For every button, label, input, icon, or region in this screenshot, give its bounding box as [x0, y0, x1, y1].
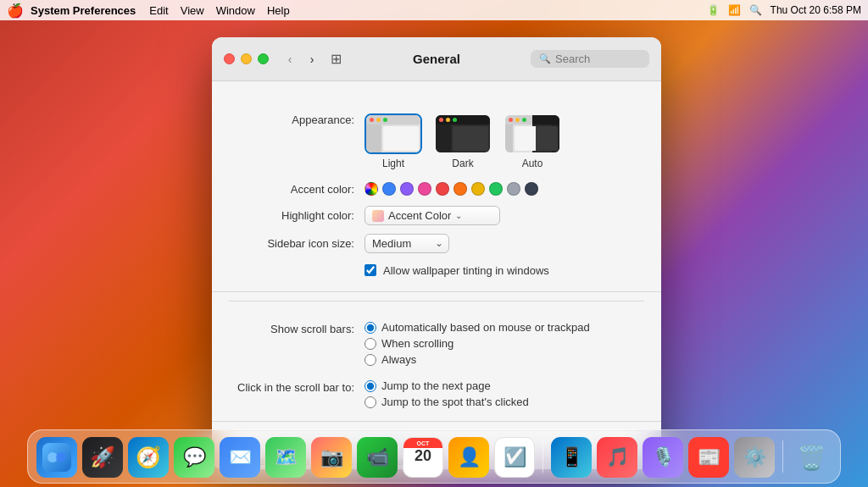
pink-dot[interactable]: [418, 182, 431, 196]
scroll-always-radio[interactable]: [364, 354, 376, 366]
menu-view[interactable]: View: [181, 4, 204, 17]
menubar: 🍎 System Preferences Edit View Window He…: [0, 0, 868, 20]
dock-separator-2: [782, 440, 783, 473]
highlight-arrow-icon: ⌄: [455, 211, 462, 220]
purple-dot[interactable]: [400, 182, 414, 196]
red-dot[interactable]: [436, 182, 449, 196]
sidebar-icon-select[interactable]: Small Medium Large: [364, 234, 449, 253]
appearance-row: Appearance:: [212, 107, 661, 176]
dock-reminders[interactable]: ☑️: [494, 437, 535, 478]
appearance-section: Appearance:: [212, 98, 661, 292]
blue-dot[interactable]: [382, 182, 396, 196]
scroll-always-label: Always: [381, 353, 416, 366]
dock-news[interactable]: 📰: [688, 437, 729, 478]
wallpaper-checkbox[interactable]: [364, 264, 376, 276]
appearance-dark[interactable]: Dark: [434, 113, 492, 169]
click-spot-label: Jump to the spot that's clicked: [381, 396, 529, 408]
preferences-window: ‹ › ⊞ General 🔍 Appearance:: [212, 37, 661, 469]
click-spot-radio[interactable]: [364, 396, 376, 408]
search-bar[interactable]: 🔍: [531, 50, 649, 68]
click-next-label: Jump to the next page: [381, 379, 491, 392]
scroll-always-row: Always: [364, 353, 590, 366]
dock-safari[interactable]: 🧭: [128, 437, 169, 478]
accent-color-control: [364, 182, 636, 196]
menubar-right: 🔋 📶 🔍 Thu Oct 20 6:58 PM: [707, 4, 861, 16]
menu-edit[interactable]: Edit: [149, 4, 168, 17]
appearance-thumb-dark[interactable]: [434, 113, 492, 154]
dock-launchpad[interactable]: 🚀: [82, 437, 123, 478]
dock-appstore[interactable]: 📱: [551, 437, 592, 478]
menu-help[interactable]: Help: [267, 4, 290, 17]
scroll-when-label: When scrolling: [381, 337, 453, 350]
dock-sysprefs[interactable]: ⚙️: [734, 437, 775, 478]
appearance-thumb-light[interactable]: [364, 113, 422, 154]
wallpaper-control: Allow wallpaper tinting in windows: [364, 264, 636, 277]
menubar-datetime: Thu Oct 20 6:58 PM: [771, 4, 861, 16]
gray-dot[interactable]: [507, 182, 520, 196]
dock-finder[interactable]: [36, 437, 77, 478]
appearance-auto-label: Auto: [522, 158, 543, 169]
dock: 🚀 🧭 💬 ✉️ 🗺️ 📷 📹 OCT 20 👤 ☑️ 📱 🎵 🎙️ 📰: [27, 429, 841, 484]
menubar-search-icon[interactable]: 🔍: [749, 4, 762, 16]
dock-calendar[interactable]: OCT 20: [403, 437, 443, 478]
orange-dot[interactable]: [453, 182, 467, 196]
settings-content: Appearance:: [212, 81, 661, 469]
svg-point-6: [56, 452, 66, 462]
green-dot[interactable]: [489, 182, 503, 196]
dock-music[interactable]: 🎵: [597, 437, 637, 478]
apple-menu-icon[interactable]: 🍎: [7, 3, 24, 19]
close-button[interactable]: [224, 53, 235, 64]
dock-podcasts[interactable]: 🎙️: [643, 437, 683, 478]
click-scroll-row: Click in the scroll bar to: Jump to the …: [212, 375, 661, 412]
dock-messages[interactable]: 💬: [174, 437, 214, 478]
divider-1: [229, 301, 644, 302]
scroll-auto-row: Automatically based on mouse or trackpad: [364, 321, 590, 334]
highlight-color-control: Accent Color ⌄: [364, 206, 636, 225]
back-button[interactable]: ‹: [281, 50, 299, 69]
appearance-dark-label: Dark: [452, 158, 473, 169]
color-dots: [364, 182, 538, 196]
navigation-buttons: ‹ ›: [281, 50, 321, 69]
sidebar-icon-label: Sidebar icon size:: [212, 237, 364, 250]
appearance-light[interactable]: Light: [364, 113, 422, 169]
dock-facetime[interactable]: 📹: [357, 437, 398, 478]
dock-photos[interactable]: 📷: [311, 437, 352, 478]
appearance-auto[interactable]: Auto: [504, 113, 561, 169]
search-input[interactable]: [555, 53, 641, 65]
highlight-swatch: [372, 210, 384, 222]
sidebar-icon-select-wrapper[interactable]: Small Medium Large: [364, 234, 449, 253]
scroll-bars-options: Automatically based on mouse or trackpad…: [364, 321, 590, 366]
scroll-auto-label: Automatically based on mouse or trackpad: [381, 321, 590, 334]
click-next-radio[interactable]: [364, 380, 376, 392]
grid-view-button[interactable]: ⊞: [326, 50, 345, 69]
scroll-bars-row: Show scroll bars: Automatically based on…: [212, 317, 661, 370]
multicolor-dot[interactable]: [364, 182, 378, 196]
titlebar: ‹ › ⊞ General 🔍: [212, 37, 661, 81]
yellow-dot[interactable]: [471, 182, 485, 196]
maximize-button[interactable]: [258, 53, 269, 64]
click-scroll-options: Jump to the next page Jump to the spot t…: [364, 379, 529, 408]
dock-mail[interactable]: ✉️: [220, 437, 260, 478]
appearance-label: Appearance:: [212, 113, 364, 126]
highlight-select-wrapper[interactable]: Accent Color ⌄: [364, 206, 500, 225]
menubar-battery-icon: 🔋: [707, 4, 720, 16]
scroll-when-radio[interactable]: [364, 338, 376, 350]
highlight-value: Accent Color: [388, 209, 451, 222]
dock-contacts[interactable]: 👤: [448, 437, 489, 478]
click-spot-row: Jump to the spot that's clicked: [364, 396, 529, 408]
appearance-thumb-auto[interactable]: [504, 113, 561, 154]
wallpaper-tinting-row: Allow wallpaper tinting in windows: [212, 257, 661, 283]
scroll-auto-radio[interactable]: [364, 322, 376, 334]
traffic-lights: [224, 53, 269, 64]
dark-dot[interactable]: [525, 182, 538, 196]
forward-button[interactable]: ›: [303, 50, 321, 69]
app-name[interactable]: System Preferences: [31, 4, 136, 17]
search-icon: 🔍: [539, 53, 551, 64]
menubar-wifi-icon: 📶: [728, 4, 741, 16]
minimize-button[interactable]: [241, 53, 252, 64]
accent-color-label: Accent color:: [212, 183, 364, 196]
dock-maps[interactable]: 🗺️: [265, 437, 306, 478]
menu-window[interactable]: Window: [216, 4, 255, 17]
accent-color-row: Accent color:: [212, 176, 661, 202]
dock-trash[interactable]: 🗑️: [791, 437, 832, 478]
